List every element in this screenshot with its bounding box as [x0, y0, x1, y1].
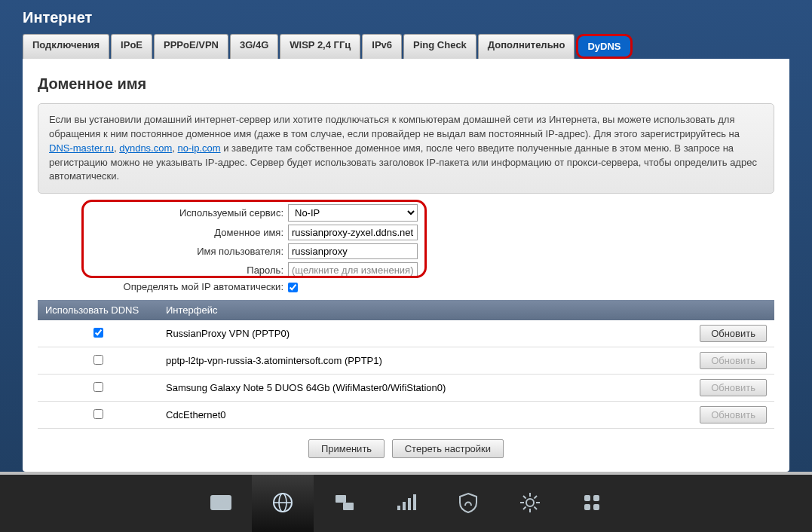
tab-3g4g[interactable]: 3G/4G — [230, 34, 278, 59]
tab-pppoe-vpn[interactable]: PPPoE/VPN — [154, 34, 228, 59]
tab-bar: Подключения IPoE PPPoE/VPN 3G/4G WISP 2,… — [0, 34, 812, 59]
link-dyndns[interactable]: dyndns.com — [119, 142, 172, 154]
lan-icon — [332, 491, 357, 517]
reset-button[interactable]: Стереть настройки — [392, 439, 504, 458]
info-text-pre: Если вы установили домашний интернет-сер… — [49, 114, 740, 139]
label-username: Имя пользователя: — [38, 246, 288, 257]
refresh-button: Обновить — [700, 352, 767, 369]
table-row: RussianProxy VPN (PPTP0) Обновить — [38, 320, 774, 347]
svg-line-17 — [523, 506, 526, 509]
interface-table: Использовать DDNS Интерфейс RussianProxy… — [38, 300, 774, 429]
svg-rect-19 — [584, 495, 590, 501]
svg-line-15 — [523, 496, 526, 499]
input-domain[interactable] — [288, 225, 418, 240]
nav-monitor[interactable] — [190, 475, 252, 532]
row-interface-name: CdcEthernet0 — [158, 402, 691, 429]
table-row: CdcEthernet0 Обновить — [38, 402, 774, 429]
tab-additional[interactable]: Дополнительно — [478, 34, 575, 59]
section-title: Доменное имя — [38, 75, 774, 93]
monitor-icon — [209, 491, 233, 517]
row-interface-name: Samsung Galaxy Note 5 DUOS 64Gb (WifiMas… — [158, 375, 691, 402]
page-title: Интернет — [0, 0, 812, 34]
svg-rect-22 — [593, 504, 599, 510]
apply-button[interactable]: Применить — [308, 439, 385, 458]
table-row: Samsung Galaxy Note 5 DUOS 64Gb (WifiMas… — [38, 375, 774, 402]
svg-rect-9 — [413, 494, 416, 510]
signal-icon — [394, 491, 418, 517]
refresh-button: Обновить — [700, 406, 767, 423]
tab-ipv6[interactable]: IPv6 — [362, 34, 402, 59]
globe-icon — [271, 491, 295, 517]
col-interface: Интерфейс — [158, 300, 691, 320]
checkbox-autoip[interactable] — [288, 283, 298, 292]
row-interface-name: pptp-l2tp-vpn-russia-3.atomintersoft.com… — [158, 347, 691, 375]
nav-internet[interactable] — [252, 475, 314, 532]
row-interface-name: RussianProxy VPN (PPTP0) — [158, 320, 691, 347]
svg-rect-6 — [397, 506, 400, 510]
svg-rect-20 — [593, 495, 599, 501]
svg-line-16 — [534, 506, 537, 509]
svg-rect-21 — [584, 504, 590, 510]
row-checkbox[interactable] — [93, 328, 103, 338]
row-checkbox[interactable] — [93, 382, 103, 392]
nav-wifi[interactable] — [375, 475, 437, 532]
nav-system[interactable] — [499, 475, 561, 532]
input-password[interactable] — [288, 262, 418, 278]
link-dns-master[interactable]: DNS-master.ru — [49, 142, 114, 154]
svg-rect-7 — [403, 502, 406, 510]
svg-rect-5 — [343, 503, 354, 510]
tab-wisp-24[interactable]: WISP 2,4 ГГц — [280, 34, 360, 59]
label-service: Используемый сервис: — [38, 207, 288, 219]
info-text: Если вы установили домашний интернет-сер… — [38, 103, 774, 194]
content-panel: Доменное имя Если вы установили домашний… — [23, 59, 789, 472]
shield-icon — [456, 491, 480, 517]
refresh-button: Обновить — [700, 379, 767, 396]
bottom-nav — [0, 472, 812, 532]
nav-apps[interactable] — [561, 475, 623, 532]
svg-rect-4 — [336, 495, 346, 503]
tab-ping-check[interactable]: Ping Check — [403, 34, 476, 59]
nav-security[interactable] — [437, 475, 499, 532]
tab-ipoe[interactable]: IPoE — [111, 34, 152, 59]
row-checkbox[interactable] — [93, 409, 103, 419]
row-checkbox[interactable] — [93, 355, 103, 365]
tab-dydns[interactable]: DyDNS — [576, 34, 632, 59]
refresh-button[interactable]: Обновить — [700, 325, 767, 342]
select-service[interactable]: No-IP — [288, 204, 418, 222]
label-password: Пароль: — [38, 264, 288, 276]
label-domain: Доменное имя: — [38, 227, 288, 238]
label-autoip: Определять мой IP автоматически: — [38, 281, 288, 292]
gear-icon — [518, 491, 542, 517]
svg-line-18 — [534, 496, 537, 499]
nav-lan[interactable] — [314, 475, 375, 532]
link-noip[interactable]: no-ip.com — [178, 142, 221, 154]
col-use-ddns: Использовать DDNS — [38, 300, 158, 320]
input-username[interactable] — [288, 243, 418, 259]
svg-point-10 — [526, 499, 534, 506]
table-row: pptp-l2tp-vpn-russia-3.atomintersoft.com… — [38, 347, 774, 375]
apps-icon — [580, 491, 604, 517]
tab-connections[interactable]: Подключения — [23, 34, 109, 59]
svg-rect-8 — [408, 498, 411, 510]
